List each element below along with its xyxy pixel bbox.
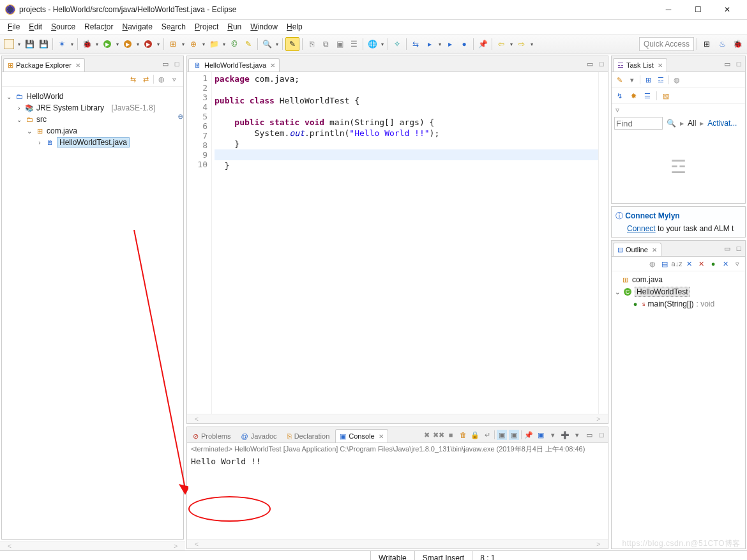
open-console-button[interactable]: ➕ (560, 430, 570, 440)
menu-project[interactable]: Project (191, 21, 222, 33)
word-wrap-button[interactable]: ↵ (482, 430, 492, 440)
outline-method[interactable]: main(String[]) (648, 299, 694, 308)
close-button[interactable]: ✕ (713, 0, 742, 19)
wand-icon[interactable]: ✎ (242, 38, 255, 50)
outline-class[interactable]: HelloWorldTest (635, 287, 690, 297)
task-filter-all[interactable]: All (688, 119, 696, 128)
menu-navigate[interactable]: Navigate (118, 21, 156, 33)
sched-icon[interactable]: ✸ (628, 91, 638, 101)
close-icon[interactable]: ✕ (75, 62, 80, 69)
focus-button[interactable]: ◍ (647, 259, 658, 269)
hide-local-button[interactable]: ✕ (720, 259, 730, 269)
menu-refactor[interactable]: Refactor (80, 21, 117, 33)
save-button[interactable]: 💾 (23, 38, 36, 50)
view-menu-button[interactable]: ▿ (732, 259, 743, 269)
menu-edit[interactable]: Edit (25, 21, 46, 33)
open-console-dropdown[interactable]: ▾ (572, 430, 582, 440)
debug-dropdown[interactable]: ▾ (94, 42, 100, 47)
tab-console[interactable]: ▣Console✕ (335, 429, 388, 443)
minimize-view-button[interactable]: ▭ (584, 430, 594, 440)
globe-dropdown[interactable]: ▾ (380, 42, 385, 47)
pin-console-button[interactable]: 📌 (524, 430, 534, 440)
java-perspective-button[interactable]: ♨ (715, 37, 729, 51)
new-class-dropdown[interactable]: ▾ (201, 42, 206, 47)
forward-dropdown[interactable]: ▾ (529, 42, 534, 47)
tab-package-explorer[interactable]: ⊞ Package Explorer ✕ (3, 58, 85, 72)
task-filter-activate[interactable]: Activat... (707, 119, 737, 128)
overview-ruler[interactable] (598, 72, 608, 414)
code-editor[interactable]: 1234⊖5678910 package com.java; public cl… (187, 72, 608, 414)
task-icon[interactable]: ✧ (391, 38, 404, 50)
left-scrollbar[interactable]: <> (0, 541, 185, 550)
debug-perspective-button[interactable]: 🐞 (730, 37, 744, 51)
new-task-button[interactable]: ✎ (614, 75, 624, 85)
hide-nonpublic-button[interactable]: ● (708, 259, 718, 269)
tree-package[interactable]: com.java (47, 126, 77, 135)
coverage-button[interactable]: ▶ (121, 38, 134, 50)
new-task-dropdown[interactable]: ▾ (627, 75, 637, 85)
save-all-button[interactable]: 💾 (37, 38, 50, 50)
skip-icon[interactable]: ⇆ (409, 38, 422, 50)
debug-tool-icon[interactable]: ✶ (56, 38, 68, 50)
tree-src[interactable]: src (36, 115, 47, 124)
new-folder-button[interactable]: 📁 (207, 38, 220, 50)
remove-all-button[interactable]: ✖✖ (434, 430, 444, 440)
globe-icon[interactable]: 🌐 (366, 38, 379, 50)
expand-icon[interactable]: › (16, 105, 22, 112)
expand-icon[interactable]: ⌄ (614, 289, 621, 296)
new-button[interactable] (3, 38, 15, 50)
new-dropdown[interactable]: ▾ (17, 42, 22, 47)
tab-task-list[interactable]: ☲Task List✕ (613, 58, 667, 72)
focus-button[interactable]: ◍ (672, 75, 682, 85)
list-icon[interactable]: ☰ (642, 91, 653, 101)
code-area[interactable]: package com.java; public class HelloWorl… (212, 72, 598, 414)
minimize-button[interactable]: ─ (654, 0, 683, 19)
run-dropdown[interactable]: ▾ (115, 42, 120, 47)
sort-button[interactable]: ▤ (660, 259, 670, 269)
new-folder-dropdown[interactable]: ▾ (222, 42, 227, 47)
ext-tools-dropdown[interactable]: ▾ (156, 42, 161, 47)
schedule-button[interactable]: ☲ (656, 75, 666, 85)
menu-file[interactable]: File (4, 21, 24, 33)
maximize-view-button[interactable]: □ (172, 59, 182, 69)
show-console-a-button[interactable]: ▣ (497, 430, 507, 440)
new-package-button[interactable]: ⊞ (167, 38, 179, 50)
expand-icon[interactable]: ⌄ (26, 128, 33, 135)
cut-icon[interactable]: ⎘ (305, 38, 318, 50)
back-button[interactable]: ⇦ (495, 38, 508, 50)
expand-icon[interactable]: ⌄ (6, 93, 12, 100)
maximize-view-button[interactable]: □ (734, 243, 744, 254)
search-icon[interactable]: 🔍 (667, 119, 676, 128)
sort-az-button[interactable]: a↓z (672, 259, 682, 269)
scroll-lock-button[interactable]: 🔒 (470, 430, 480, 440)
editor-scrollbar[interactable]: <> (187, 414, 608, 423)
step2-icon[interactable]: ▸ (444, 38, 456, 50)
outline-tree[interactable]: ⊞com.java ⌄CHelloWorldTest ●smain(String… (612, 271, 745, 312)
pin-icon[interactable]: 📌 (476, 38, 489, 50)
display-console-button[interactable]: ▣ (536, 430, 546, 440)
console-output[interactable]: Hello World !! (187, 455, 608, 539)
hide-icon[interactable]: ▧ (661, 91, 671, 101)
focus-task-button[interactable]: ◍ (156, 74, 167, 84)
menu-search[interactable]: Search (158, 21, 190, 33)
maximize-view-button[interactable]: □ (596, 430, 607, 440)
menu-window[interactable]: Window (246, 21, 282, 33)
ext-tools-button[interactable]: ▶ (142, 38, 155, 50)
minimize-view-button[interactable]: ▭ (722, 59, 732, 69)
search-button[interactable]: 🔍 (260, 38, 273, 50)
coverage-dropdown[interactable]: ▾ (135, 42, 140, 47)
menu-run[interactable]: Run (223, 21, 245, 33)
task-find-input[interactable] (614, 117, 663, 130)
categorize-button[interactable]: ⊞ (643, 75, 653, 85)
maximize-button[interactable]: ☐ (683, 0, 713, 19)
forward-button[interactable]: ⇨ (515, 38, 528, 50)
package-explorer-tree[interactable]: ⌄🗀HelloWorld ›📚JRE System Library [JavaS… (2, 87, 183, 152)
view-menu-button[interactable]: ▿ (169, 74, 179, 84)
tab-javadoc[interactable]: @Javadoc (236, 429, 281, 443)
menu-help[interactable]: Help (283, 21, 306, 33)
new-package-dropdown[interactable]: ▾ (181, 42, 186, 47)
terminate-button[interactable]: ■ (446, 430, 456, 440)
open-type-button[interactable]: © (228, 38, 241, 50)
close-icon[interactable]: ✕ (658, 62, 663, 69)
sync-icon[interactable]: ↯ (614, 91, 624, 101)
